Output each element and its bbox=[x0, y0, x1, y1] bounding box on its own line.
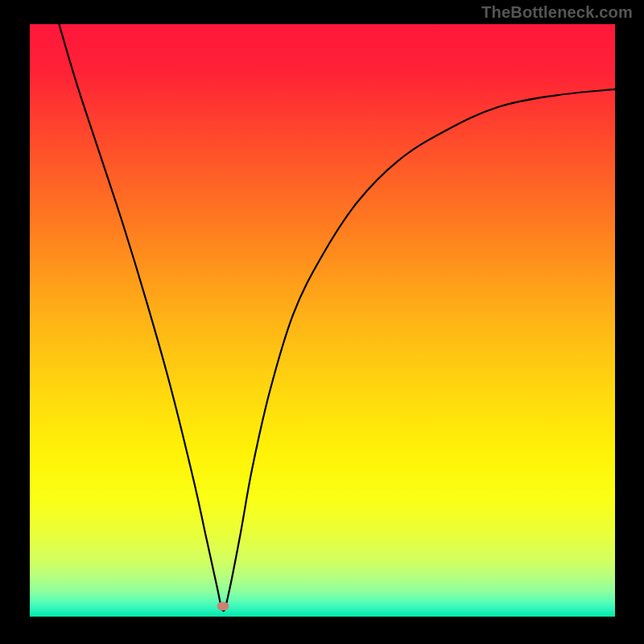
chart-frame: TheBottleneck.com bbox=[0, 0, 644, 644]
watermark-text: TheBottleneck.com bbox=[481, 3, 633, 22]
bottleneck-curve bbox=[30, 24, 615, 617]
plot-area bbox=[30, 24, 615, 617]
optimal-point-marker bbox=[217, 602, 229, 611]
